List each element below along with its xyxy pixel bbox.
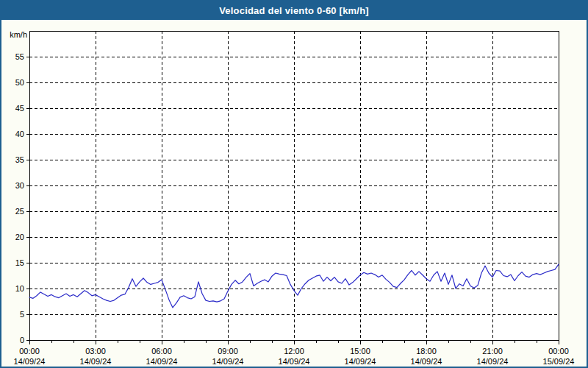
x-tick-time-label: 12:00 bbox=[284, 347, 304, 355]
x-axis: 00:0014/09/2403:0014/09/2406:0014/09/240… bbox=[14, 340, 575, 366]
x-tick-date-label: 14/09/24 bbox=[146, 357, 178, 366]
y-tick-label: 30 bbox=[15, 181, 24, 190]
x-tick-date-label: 14/09/24 bbox=[80, 357, 112, 366]
x-tick-time-label: 00:00 bbox=[19, 347, 40, 355]
x-tick-date-label: 14/09/24 bbox=[411, 357, 442, 366]
y-tick-label: 15 bbox=[15, 258, 24, 267]
x-tick-date-label: 15/09/24 bbox=[543, 357, 575, 366]
x-tick-date-label: 14/09/24 bbox=[345, 357, 376, 366]
y-tick-label: 50 bbox=[15, 78, 24, 87]
y-axis-unit-label: km/h bbox=[10, 30, 27, 39]
x-tick-time-label: 00:00 bbox=[548, 347, 569, 355]
chart-canvas: 0510152025303540455055km/h00:0014/09/240… bbox=[1, 1, 587, 367]
x-tick-time-label: 15:00 bbox=[350, 347, 370, 355]
x-tick-date-label: 14/09/24 bbox=[279, 357, 310, 366]
x-tick-time-label: 18:00 bbox=[416, 347, 437, 355]
x-tick-time-label: 21:00 bbox=[482, 347, 503, 355]
x-tick-date-label: 14/09/24 bbox=[212, 357, 244, 366]
y-tick-label: 10 bbox=[15, 284, 24, 293]
x-tick-time-label: 06:00 bbox=[151, 347, 172, 355]
x-tick-time-label: 09:00 bbox=[218, 347, 238, 355]
y-tick-label: 25 bbox=[15, 207, 24, 216]
y-tick-label: 20 bbox=[15, 233, 24, 241]
y-tick-label: 35 bbox=[15, 155, 24, 164]
y-tick-label: 45 bbox=[15, 104, 24, 113]
x-tick-time-label: 03:00 bbox=[85, 347, 106, 355]
x-tick-date-label: 14/09/24 bbox=[477, 357, 509, 366]
x-tick-date-label: 14/09/24 bbox=[14, 357, 46, 366]
app-window: Velocidad del viento 0-60 [km/h] 0510152… bbox=[0, 0, 588, 368]
y-tick-label: 5 bbox=[20, 310, 24, 319]
y-tick-label: 0 bbox=[20, 336, 24, 344]
y-tick-label: 40 bbox=[15, 130, 24, 138]
y-axis: 0510152025303540455055km/h bbox=[10, 30, 29, 344]
y-tick-label: 55 bbox=[15, 52, 24, 61]
